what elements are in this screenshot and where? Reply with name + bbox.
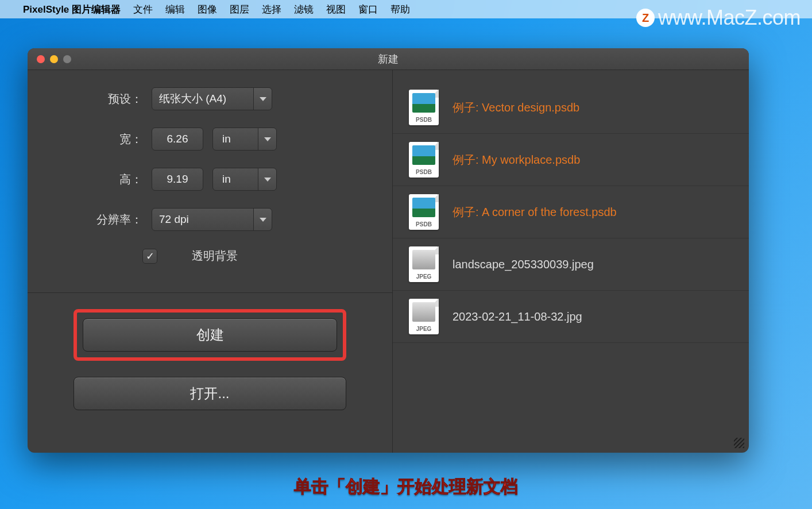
create-button-highlight: 创建 [74, 309, 346, 361]
height-unit-dropdown[interactable]: in [212, 168, 277, 191]
menu-select[interactable]: 选择 [262, 3, 281, 16]
menu-edit[interactable]: 编辑 [165, 3, 185, 16]
dialog-body: 预设： 纸张大小 (A4) 宽： in [28, 70, 749, 453]
zoom-window-button[interactable] [63, 55, 71, 63]
dialog-title: 新建 [378, 52, 399, 66]
watermark-text: www.MacZ.com [658, 6, 801, 30]
menu-filter[interactable]: 滤镜 [294, 3, 314, 16]
menu-view[interactable]: 视图 [326, 3, 346, 16]
jpeg-file-icon: JPEG [409, 299, 439, 334]
recent-files-panel: PSDB 例子: Vector design.psdb PSDB 例子: My … [393, 70, 749, 453]
transparent-bg-checkbox[interactable]: ✓ [142, 249, 157, 264]
preset-value: 纸张大小 (A4) [159, 91, 226, 106]
watermark: Z www.MacZ.com [636, 6, 801, 30]
traffic-lights [28, 55, 71, 63]
width-row: 宽： in [62, 128, 358, 151]
app-name-menu[interactable]: PixelStyle 图片编辑器 [23, 3, 121, 16]
jpeg-file-icon: JPEG [409, 246, 439, 282]
chevron-down-icon [253, 209, 272, 230]
file-item[interactable]: JPEG 2023-02-21_11-08-32.jpg [393, 291, 749, 343]
button-area: 创建 打开... [28, 293, 392, 426]
new-document-dialog: 新建 预设： 纸张大小 (A4) 宽： in [28, 48, 749, 453]
width-label: 宽： [62, 132, 142, 147]
menu-help[interactable]: 帮助 [390, 3, 410, 16]
psdb-file-icon: PSDB [409, 194, 439, 230]
close-window-button[interactable] [37, 55, 45, 63]
file-type-badge: PSDB [409, 221, 439, 227]
resize-grip-icon[interactable] [734, 438, 744, 448]
menu-window[interactable]: 窗口 [358, 3, 378, 16]
file-name: 例子: A corner of the forest.psdb [453, 205, 617, 220]
psdb-file-icon: PSDB [409, 90, 439, 125]
chevron-down-icon [258, 168, 276, 190]
left-panel: 预设： 纸张大小 (A4) 宽： in [28, 70, 393, 453]
width-input[interactable] [152, 128, 203, 151]
width-unit-dropdown[interactable]: in [212, 128, 277, 151]
height-row: 高： in [62, 168, 358, 191]
file-type-badge: PSDB [409, 169, 439, 175]
file-item[interactable]: PSDB 例子: A corner of the forest.psdb [393, 186, 749, 238]
menu-layer[interactable]: 图层 [230, 3, 249, 16]
file-type-badge: JPEG [409, 326, 439, 332]
form-area: 预设： 纸张大小 (A4) 宽： in [28, 70, 392, 287]
height-unit-value: in [222, 173, 231, 186]
width-unit-value: in [222, 133, 231, 145]
resolution-dropdown[interactable]: 72 dpi [152, 208, 272, 231]
height-label: 高： [62, 172, 142, 187]
file-item[interactable]: JPEG landscape_205330039.jpeg [393, 238, 749, 291]
transparent-bg-row: ✓ 透明背景 [62, 248, 358, 264]
preset-label: 预设： [62, 91, 142, 107]
dialog-titlebar[interactable]: 新建 [28, 48, 749, 70]
preset-dropdown[interactable]: 纸张大小 (A4) [152, 87, 272, 110]
file-name: 2023-02-21_11-08-32.jpg [453, 310, 582, 323]
file-type-badge: PSDB [409, 117, 439, 123]
file-item[interactable]: PSDB 例子: My workplace.psdb [393, 134, 749, 186]
check-icon: ✓ [146, 250, 154, 263]
open-button[interactable]: 打开... [74, 377, 346, 410]
chevron-down-icon [253, 88, 272, 110]
file-name: landscape_205330039.jpeg [453, 258, 594, 271]
menu-file[interactable]: 文件 [133, 3, 153, 16]
resolution-value: 72 dpi [159, 213, 189, 226]
menu-image[interactable]: 图像 [198, 3, 217, 16]
file-type-badge: JPEG [409, 273, 439, 280]
chevron-down-icon [258, 128, 276, 150]
create-button[interactable]: 创建 [83, 318, 337, 352]
minimize-window-button[interactable] [50, 55, 58, 63]
transparent-bg-label: 透明背景 [192, 248, 238, 264]
watermark-logo-icon: Z [636, 9, 655, 27]
psdb-file-icon: PSDB [409, 142, 439, 178]
resolution-row: 分辨率： 72 dpi [62, 208, 358, 231]
resolution-label: 分辨率： [62, 212, 142, 227]
height-input[interactable] [152, 168, 203, 191]
instruction-caption: 单击「创建」开始处理新文档 [294, 475, 518, 499]
file-name: 例子: Vector design.psdb [453, 100, 579, 115]
preset-row: 预设： 纸张大小 (A4) [62, 87, 358, 110]
file-item[interactable]: PSDB 例子: Vector design.psdb [393, 82, 749, 134]
file-name: 例子: My workplace.psdb [453, 152, 580, 168]
